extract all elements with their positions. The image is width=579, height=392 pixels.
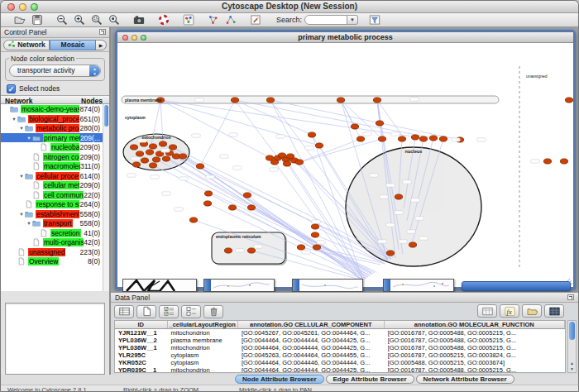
network-node[interactable] bbox=[311, 224, 318, 229]
network-node[interactable] bbox=[376, 121, 383, 126]
network-node[interactable] bbox=[313, 245, 320, 250]
tree-row-primary-metabo[interactable]: ▼primary metabo209(... bbox=[1, 133, 109, 143]
vizmapper-button[interactable] bbox=[180, 14, 196, 26]
edit-nodes-button[interactable] bbox=[205, 14, 221, 26]
minimized-window-thumbnail[interactable] bbox=[122, 279, 197, 292]
table-row[interactable]: YPL036W__2plasma membrane[GO:0044464, GO… bbox=[115, 337, 565, 344]
tree-row-mosaic-demo-yeast[interactable]: mosaic-demo-yeast874(0) bbox=[1, 104, 109, 114]
zoom-fit-button[interactable] bbox=[106, 14, 122, 26]
network-node[interactable] bbox=[136, 151, 143, 156]
nucleus-region[interactable] bbox=[346, 147, 481, 266]
column-header[interactable]: annotation.GO MOLECULAR_FUNCTION bbox=[385, 321, 565, 328]
network-node[interactable] bbox=[315, 143, 323, 148]
expander-icon[interactable]: ▼ bbox=[26, 221, 32, 226]
zoom-button[interactable] bbox=[31, 3, 38, 11]
network-node[interactable] bbox=[411, 135, 419, 140]
attribute-list-button[interactable] bbox=[114, 305, 134, 318]
tab-mosaic[interactable]: Mosaic bbox=[50, 40, 96, 50]
network-node[interactable] bbox=[130, 145, 137, 150]
network-node[interactable] bbox=[429, 136, 437, 141]
network-node[interactable] bbox=[560, 159, 567, 164]
expander-icon[interactable]: ▼ bbox=[18, 212, 25, 217]
open-button[interactable] bbox=[12, 14, 27, 26]
network-node[interactable] bbox=[224, 248, 232, 253]
tree-row-establishment-of-lo[interactable]: ▼establishment of lo558(0) bbox=[1, 209, 109, 219]
column-header[interactable]: ID bbox=[115, 321, 168, 328]
tab-network-attribute-browser[interactable]: Network Attribute Browser bbox=[416, 375, 514, 384]
network-node[interactable] bbox=[283, 161, 290, 166]
network-node[interactable] bbox=[204, 191, 212, 196]
tree-row-cellular-process[interactable]: ▼cellular process614(0) bbox=[1, 171, 109, 181]
network-node[interactable] bbox=[149, 144, 156, 149]
select-attributes-button[interactable] bbox=[159, 305, 179, 318]
expander-icon[interactable]: ▼ bbox=[18, 126, 25, 131]
network-node[interactable] bbox=[266, 98, 274, 103]
network-node[interactable] bbox=[141, 158, 148, 163]
tree-scrollbar[interactable] bbox=[103, 104, 109, 290]
help-button[interactable] bbox=[156, 14, 171, 26]
network-node[interactable] bbox=[247, 205, 255, 210]
table-row[interactable]: YJR121W__1mitochondrion[GO:0045267, GO:0… bbox=[115, 329, 565, 337]
float-panel-icon[interactable] bbox=[567, 294, 574, 300]
network-node[interactable] bbox=[196, 164, 203, 169]
network-node[interactable] bbox=[386, 251, 394, 256]
minimized-window-titlebar[interactable] bbox=[462, 281, 571, 291]
annotation-button[interactable] bbox=[247, 14, 263, 26]
tree-row-nitrogen-compo[interactable]: nitrogen compo209(0) bbox=[1, 152, 109, 162]
minimized-window-thumbnail[interactable] bbox=[292, 279, 363, 292]
network-node[interactable] bbox=[409, 242, 416, 247]
network-node[interactable] bbox=[295, 160, 303, 165]
zoom-out-button[interactable] bbox=[54, 14, 69, 26]
column-header[interactable]: _cellularLayoutRegion bbox=[168, 321, 238, 328]
tab-node-attribute-browser[interactable]: Node Attribute Browser bbox=[235, 375, 324, 384]
expander-icon[interactable]: ▼ bbox=[26, 136, 32, 141]
frame-zoom-button[interactable] bbox=[141, 35, 146, 41]
expander-icon[interactable]: ▼ bbox=[18, 174, 25, 179]
close-button[interactable] bbox=[7, 3, 15, 11]
minimized-window-thumbnail[interactable] bbox=[203, 279, 275, 292]
network-window[interactable]: primary metabolic process plasma membran… bbox=[115, 30, 576, 289]
tab-overflow-arrow-icon[interactable]: ▶ bbox=[96, 40, 107, 50]
tree-row-secretion[interactable]: secretion41(0) bbox=[1, 228, 109, 238]
network-node[interactable] bbox=[149, 163, 156, 168]
network-node[interactable] bbox=[189, 218, 197, 222]
network-node[interactable] bbox=[373, 98, 380, 103]
zoom-in-button[interactable] bbox=[71, 14, 87, 26]
network-node[interactable] bbox=[152, 157, 160, 162]
network-node[interactable] bbox=[243, 193, 251, 198]
edit-edges-button[interactable] bbox=[223, 14, 238, 26]
new-attribute-button[interactable] bbox=[136, 305, 156, 318]
minimize-button[interactable] bbox=[19, 3, 26, 11]
network-node[interactable] bbox=[308, 132, 315, 137]
unselect-attributes-button[interactable] bbox=[181, 305, 201, 318]
scrollbar-arrows-icon[interactable]: ▲▼ bbox=[568, 361, 576, 372]
network-node[interactable] bbox=[132, 162, 140, 167]
tree-row-transport[interactable]: ▼transport558(0) bbox=[1, 218, 109, 228]
save-button[interactable] bbox=[29, 14, 45, 26]
network-node[interactable] bbox=[162, 156, 170, 161]
network-node[interactable] bbox=[565, 98, 572, 103]
plasma-membrane-region[interactable] bbox=[122, 96, 499, 103]
network-node[interactable] bbox=[311, 232, 318, 237]
search-dropdown-icon[interactable]: ▼ bbox=[347, 15, 358, 25]
network-node[interactable] bbox=[270, 160, 278, 165]
zoom-selected-button[interactable] bbox=[89, 14, 104, 26]
tree-row-nucleobase-[interactable]: nucleobase-209(0) bbox=[1, 142, 109, 152]
network-canvas[interactable]: plasma membranecytoplasmmitochondrionnuc… bbox=[117, 43, 573, 287]
network-node[interactable] bbox=[356, 136, 364, 141]
network-node[interactable] bbox=[231, 98, 238, 103]
tree-row-metabolic-process[interactable]: ▼metabolic process280(0) bbox=[1, 123, 109, 133]
tree-row-response-to-stimulu[interactable]: response to stimulu264(0) bbox=[1, 199, 109, 209]
network-node[interactable] bbox=[378, 136, 385, 141]
delete-attribute-button[interactable] bbox=[203, 305, 223, 318]
table-row[interactable]: YKR052Ccytoplasm[GO:0044464, GO:0044446,… bbox=[115, 359, 565, 366]
snapshot-button[interactable] bbox=[131, 14, 146, 26]
network-node[interactable] bbox=[247, 248, 255, 253]
column-header[interactable]: annotation.GO CELLULAR_COMPONENT bbox=[238, 321, 385, 328]
network-node[interactable] bbox=[398, 136, 405, 141]
network-node[interactable] bbox=[203, 201, 211, 206]
import-button[interactable] bbox=[522, 304, 542, 318]
minimized-window-thumbnail[interactable] bbox=[383, 279, 454, 292]
table-scrollbar[interactable]: ▲▼ bbox=[567, 320, 577, 373]
matrix-button[interactable] bbox=[544, 304, 564, 318]
